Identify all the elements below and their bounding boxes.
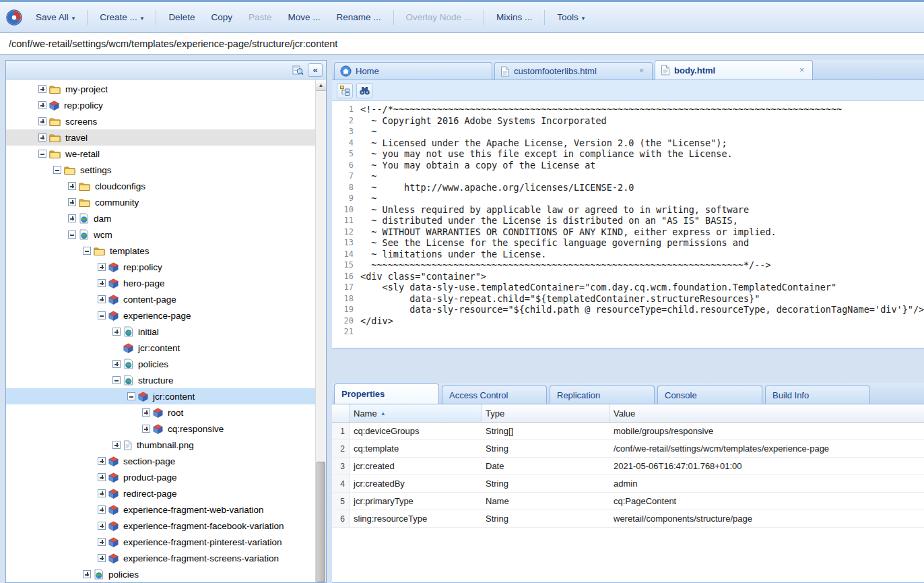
expand-plus-icon[interactable] (98, 554, 106, 562)
expand-plus-icon[interactable] (98, 457, 106, 465)
tree-node-jcr-content[interactable]: jcr:content (6, 388, 326, 404)
property-row-cq-template[interactable]: 2cq:templateString/conf/we-retail/settin… (332, 440, 924, 458)
tree-node-dam[interactable]: dam (6, 210, 326, 226)
collapse-panel-button[interactable]: « (308, 63, 323, 77)
delete-button[interactable]: Delete (161, 8, 202, 26)
tree-node-root[interactable]: root (6, 404, 326, 421)
tree-node-settings[interactable]: settings (6, 162, 326, 178)
tab-console[interactable]: Console (657, 386, 762, 404)
tree-node-jcr-content[interactable]: jcr:content (6, 340, 326, 356)
collapse-minus-icon[interactable] (98, 311, 106, 319)
expand-plus-icon[interactable] (68, 182, 76, 190)
column-header-value[interactable]: Value (609, 404, 924, 422)
tree-node-policies[interactable]: policies (6, 356, 326, 372)
collapse-minus-icon[interactable] (38, 150, 46, 158)
expand-plus-icon[interactable] (98, 489, 106, 497)
tree-node-content-page[interactable]: content-page (6, 291, 326, 307)
expand-plus-icon[interactable] (112, 360, 121, 368)
collapse-minus-icon[interactable] (68, 231, 76, 239)
tab-body-html[interactable]: body.html× (655, 60, 813, 80)
tab-build-info[interactable]: Build Info (765, 386, 870, 404)
expand-plus-icon[interactable] (68, 198, 76, 206)
tab-replication[interactable]: Replication (550, 386, 655, 404)
tab-properties[interactable]: Properties (334, 383, 439, 404)
tree-node-rep-policy[interactable]: rep:policy (6, 97, 326, 113)
column-header-type[interactable]: Type (482, 404, 609, 422)
property-row-sling-resourcetype[interactable]: 6sling:resourceTypeStringweretail/compon… (332, 510, 924, 528)
expand-plus-icon[interactable] (68, 214, 76, 222)
expand-plus-icon[interactable] (98, 505, 106, 514)
property-row-jcr-created[interactable]: 3jcr:createdDate2021-05-06T16:47:01.768+… (332, 458, 924, 475)
mixins-button[interactable]: Mixins ... (489, 8, 539, 26)
tree-node-policies[interactable]: policies (6, 566, 326, 582)
tree-node-experience-fragment-web-variation[interactable]: experience-fragment-web-variation (6, 501, 326, 518)
code-editor[interactable]: 1<!--/*~~~~~~~~~~~~~~~~~~~~~~~~~~~~~~~~~… (332, 101, 924, 348)
tree-search-button[interactable] (290, 63, 305, 77)
tree-node-product-page[interactable]: product-page (6, 469, 326, 485)
expand-plus-icon[interactable] (83, 570, 91, 578)
tree-node-hero-page[interactable]: hero-page (6, 275, 326, 291)
tree-node-experience-page[interactable]: experience-page (6, 307, 326, 324)
collapse-minus-icon[interactable] (112, 376, 121, 384)
tree-node-we-retail[interactable]: we-retail (6, 146, 326, 162)
rename-button[interactable]: Rename ... (329, 8, 388, 26)
find-button[interactable] (356, 83, 372, 98)
column-header-name[interactable]: Name▲ (350, 404, 482, 422)
expand-plus-icon[interactable] (98, 522, 106, 530)
expand-plus-icon[interactable] (142, 408, 150, 417)
expand-plus-icon[interactable] (98, 538, 106, 546)
property-row-jcr-createdby[interactable]: 4jcr:createdByStringadmin (332, 475, 924, 493)
scroll-up-button[interactable]: ▲ (316, 80, 326, 91)
expand-plus-icon[interactable] (38, 133, 46, 142)
expand-plus-icon[interactable] (38, 101, 46, 109)
tree-node-section-page[interactable]: section-page (6, 453, 326, 469)
tree-node-thumbnail-png[interactable]: thumbnail.png (6, 437, 326, 453)
save-all-button[interactable]: Save All▾ (28, 8, 82, 26)
scrollbar-thumb[interactable] (317, 462, 325, 582)
expand-plus-icon[interactable] (98, 263, 106, 271)
tree-node-travel[interactable]: travel (6, 129, 326, 146)
tree-node-experience-fragment-pinterest-variation[interactable]: experience-fragment-pinterest-variation (6, 534, 326, 550)
locate-in-tree-button[interactable] (337, 83, 353, 98)
tab-customfooterlibs-html[interactable]: customfooterlibs.html× (494, 62, 653, 80)
tools-button[interactable]: Tools▾ (550, 8, 592, 26)
close-tab-icon[interactable]: × (797, 65, 807, 75)
tree-node-cloudconfigs[interactable]: cloudconfigs (6, 178, 326, 194)
toolbar-button-label: Move ... (288, 12, 320, 22)
tab-access-control[interactable]: Access Control (442, 386, 547, 404)
tree-node-screens[interactable]: screens (6, 113, 326, 129)
tree-node-structure[interactable]: structure (6, 372, 326, 388)
copy-button[interactable]: Copy (203, 8, 240, 26)
move-button[interactable]: Move ... (280, 8, 327, 26)
expand-plus-icon[interactable] (98, 279, 106, 287)
close-tab-icon[interactable]: × (636, 66, 647, 76)
expand-plus-icon[interactable] (98, 473, 106, 481)
expand-plus-icon[interactable] (98, 295, 106, 303)
collapse-minus-icon[interactable] (83, 247, 91, 255)
tree-node-redirect-page[interactable]: redirect-page (6, 485, 326, 501)
tree-scrollbar[interactable]: ▲ (315, 80, 326, 582)
expand-plus-icon[interactable] (38, 85, 46, 93)
tab-home[interactable]: Home (334, 62, 492, 80)
tree-node-initial[interactable]: initial (6, 324, 326, 340)
expand-plus-icon[interactable] (142, 425, 150, 433)
expand-plus-icon[interactable] (112, 328, 121, 336)
expand-plus-icon[interactable] (112, 441, 121, 449)
tree-node-experience-fragment-screens-variation[interactable]: experience-fragment-screens-variation (6, 550, 326, 566)
path-input[interactable] (0, 33, 924, 54)
collapse-minus-icon[interactable] (127, 392, 135, 400)
property-row-jcr-primarytype[interactable]: 5jcr:primaryTypeNamecq:PageContent (332, 493, 924, 510)
tree-node-cq-responsive[interactable]: cq:responsive (6, 421, 326, 437)
collapse-minus-icon[interactable] (53, 166, 61, 174)
tree-node-wcm[interactable]: wcm (6, 226, 326, 243)
create-button[interactable]: Create ...▾ (92, 8, 151, 26)
property-row-cq-devicegroups[interactable]: 1cq:deviceGroupsString[]mobile/groups/re… (332, 423, 924, 440)
tree-node-experience-fragment-facebook-variation[interactable]: experience-fragment-facebook-variation (6, 518, 326, 534)
tree-node-community[interactable]: community (6, 194, 326, 210)
tree-node-my-project[interactable]: my-project (6, 81, 326, 97)
expand-plus-icon[interactable] (38, 117, 46, 125)
tree-node-label: section-page (121, 456, 177, 467)
tree-node-templates[interactable]: templates (6, 243, 326, 259)
toolbar-button-label: Overlay Node ... (406, 12, 472, 22)
tree-node-rep-policy[interactable]: rep:policy (6, 259, 326, 275)
